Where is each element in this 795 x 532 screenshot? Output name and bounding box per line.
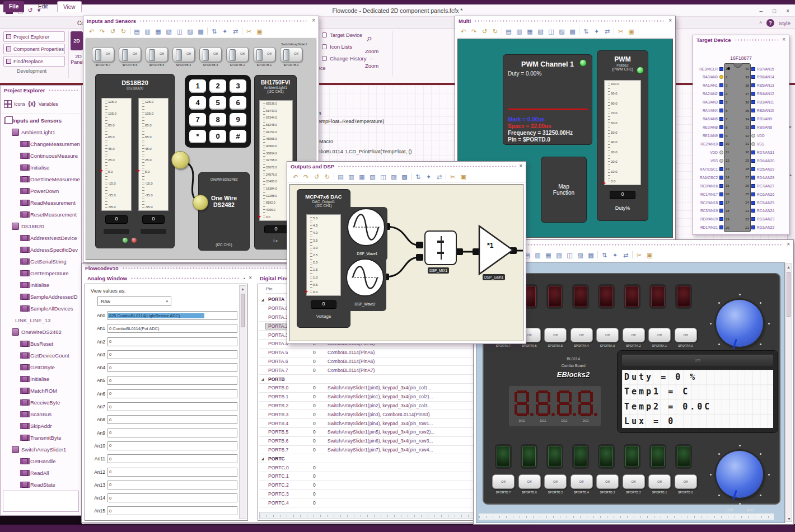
analog-row[interactable]: An3 0 bbox=[88, 350, 237, 359]
toolbar-icon[interactable]: ▧ bbox=[555, 251, 563, 260]
icons-grid-icon[interactable] bbox=[4, 100, 11, 107]
pot-knob[interactable] bbox=[716, 300, 763, 347]
toolbar-icon[interactable]: ▧ bbox=[536, 27, 545, 36]
slide-switch[interactable]: Off bbox=[253, 47, 275, 62]
keypad-key[interactable]: # bbox=[230, 130, 246, 143]
off-switch-button[interactable]: Off bbox=[596, 328, 619, 342]
restore-button[interactable]: □ bbox=[773, 8, 776, 14]
toolbar-icon[interactable]: ▤ bbox=[336, 172, 345, 181]
scroll-up-icon[interactable]: ▲ bbox=[785, 265, 792, 269]
pin-row[interactable]: RB0/AN8 bbox=[751, 125, 786, 130]
pin-row[interactable]: VDD bbox=[694, 150, 723, 154]
off-switch-button[interactable]: Off bbox=[675, 474, 697, 489]
slide-switch[interactable]: Off bbox=[172, 47, 195, 62]
pin-row[interactable]: RC1/AN17 bbox=[694, 192, 723, 196]
keypad-key[interactable]: 1 bbox=[189, 79, 206, 93]
pin-row[interactable]: RD5/AN29 bbox=[751, 167, 786, 171]
zoom-magnifier-icon[interactable]: ⌕ bbox=[367, 32, 372, 44]
variables-icon[interactable]: {x} bbox=[28, 101, 35, 107]
off-switch-button[interactable]: Off bbox=[492, 474, 515, 489]
toolbar-icon[interactable]: ▥ bbox=[347, 172, 356, 181]
target-device-check[interactable]: Target Device bbox=[322, 32, 362, 38]
toolbar-icon[interactable]: ▩ bbox=[400, 172, 409, 181]
off-switch-button[interactable]: Off bbox=[675, 328, 697, 342]
tree-item[interactable]: GetHandle bbox=[1, 455, 81, 467]
tree-item[interactable]: Inputs and Sensors bbox=[1, 115, 81, 126]
pin-row[interactable]: RE3/MCLR bbox=[694, 67, 723, 71]
toolbar-icon[interactable]: ▨ bbox=[576, 251, 584, 260]
pin-row[interactable]: VSS bbox=[694, 158, 723, 163]
analog-value-field[interactable]: 0 bbox=[107, 350, 237, 359]
close-icon[interactable]: × bbox=[519, 163, 522, 169]
pin-row[interactable]: RA6/OSC2 bbox=[694, 175, 723, 180]
close-icon[interactable]: × bbox=[787, 242, 790, 247]
toolbar-icon[interactable]: ✂ bbox=[245, 27, 253, 36]
toolbar-icon[interactable]: | bbox=[446, 173, 446, 180]
pin-row[interactable]: RB4/AN12 bbox=[751, 92, 786, 96]
zoom-button[interactable]: Zoom bbox=[365, 63, 378, 69]
pin-row[interactable]: RC5/AN25 bbox=[751, 200, 786, 205]
analog-value-field[interactable]: 0 bbox=[107, 441, 237, 450]
toolbar-icon[interactable]: ↻ bbox=[119, 27, 128, 36]
analog-value-field[interactable]: 0 bbox=[107, 493, 237, 502]
dsp-wave2-block[interactable] bbox=[346, 258, 384, 296]
off-switch-button[interactable]: Off bbox=[648, 328, 671, 342]
analog-value-field[interactable]: 0 bbox=[107, 389, 237, 398]
slide-switch[interactable]: Off bbox=[226, 47, 249, 62]
close-icon[interactable]: × bbox=[312, 18, 315, 23]
toolbar-icon[interactable]: ↶ bbox=[87, 27, 96, 36]
toolbar-icon[interactable]: ▥ bbox=[143, 27, 152, 36]
board-vertical-scrollbar[interactable]: ▲▼ bbox=[785, 263, 792, 522]
connection-node-icon[interactable] bbox=[171, 151, 189, 169]
toolbar-icon[interactable]: ◫ bbox=[175, 27, 184, 36]
toolbar-icon[interactable]: ⇅ bbox=[600, 251, 609, 260]
tree-item[interactable]: ChangeMeasuremen bbox=[1, 138, 81, 150]
tree-item[interactable]: ResetMeasurement bbox=[1, 209, 81, 220]
tree-item[interactable]: GetSerialString bbox=[1, 256, 81, 267]
analog-row[interactable]: An14 0 bbox=[88, 493, 237, 502]
analog-row[interactable]: An10 0 bbox=[88, 441, 237, 450]
toolbar-icon[interactable]: ▣ bbox=[646, 251, 654, 260]
analog-row[interactable]: An15 0 bbox=[88, 506, 237, 515]
toolbar-icon[interactable]: ▩ bbox=[587, 251, 595, 260]
ldr-knob[interactable] bbox=[716, 451, 763, 498]
toolbar-icon[interactable]: ↻ bbox=[323, 172, 331, 181]
analog-value-field[interactable]: 0 ComboBL0114(Pot ADC) bbox=[107, 324, 237, 333]
ribbon-collapse-icon[interactable]: ^ bbox=[759, 20, 761, 26]
pin-row[interactable]: RB3/AN11 bbox=[751, 100, 786, 105]
minimize-button[interactable]: – bbox=[760, 8, 763, 14]
pin-row[interactable]: RC3/AN19 bbox=[694, 209, 723, 213]
pin-row[interactable]: RD7/AN31 bbox=[751, 150, 786, 154]
toolbar-icon[interactable]: ✂ bbox=[448, 172, 457, 181]
analog-value-field[interactable]: 0 bbox=[107, 415, 237, 424]
toolbar-icon[interactable]: ▥ bbox=[515, 27, 523, 36]
analog-row[interactable]: An4 0 bbox=[88, 363, 237, 372]
keypad-key[interactable]: 5 bbox=[209, 96, 226, 110]
toolbar-icon[interactable]: ⇅ bbox=[582, 27, 590, 36]
keypad-key[interactable]: 3 bbox=[230, 79, 246, 93]
tree-item[interactable]: ReadAll bbox=[1, 467, 81, 479]
toolbar-icon[interactable]: ↷ bbox=[98, 27, 106, 36]
pin-row[interactable]: RA0/AN0 bbox=[694, 75, 723, 79]
analog-value-field[interactable]: 0 bbox=[107, 481, 237, 489]
analog-row[interactable]: An5 0 bbox=[88, 376, 237, 385]
toolbar-icon[interactable]: ▦ bbox=[358, 172, 366, 181]
analog-row[interactable]: An7 0 bbox=[88, 402, 237, 411]
pwm-channel-block[interactable]: PWM Channel 1 Duty = 0.00% Mark = 0.00us… bbox=[503, 54, 592, 145]
toolbar-icon[interactable]: | bbox=[579, 27, 579, 35]
toolbar-icon[interactable]: | bbox=[632, 251, 633, 258]
dsp-canvas[interactable]: MCP47x6 DAC DAC_Output1 (I2C CH1) 5.04.5… bbox=[289, 184, 523, 341]
pin-row[interactable]: RE0/AN8 bbox=[694, 125, 723, 130]
toolbar-icon[interactable]: ↶ bbox=[291, 172, 300, 181]
dsp-wave1-block[interactable] bbox=[347, 208, 385, 246]
toolbar-icon[interactable]: ▨ bbox=[186, 27, 194, 36]
analog-value-field[interactable]: 0 bbox=[107, 468, 237, 477]
analog-scrollbar[interactable]: ▲ bbox=[239, 285, 246, 519]
toolbar-icon[interactable]: ▩ bbox=[568, 27, 577, 36]
toolbar-icon[interactable]: ◫ bbox=[565, 251, 574, 260]
expander-icon[interactable]: ◢ bbox=[259, 377, 266, 381]
find-replace-button[interactable]: Find/Replace bbox=[3, 56, 65, 67]
analog-value-field[interactable]: 825 ComboBL0114(LightSensor ADC) bbox=[107, 311, 237, 320]
off-switch-button[interactable]: Off bbox=[623, 474, 645, 489]
toolbar-icon[interactable]: ▣ bbox=[627, 27, 635, 36]
